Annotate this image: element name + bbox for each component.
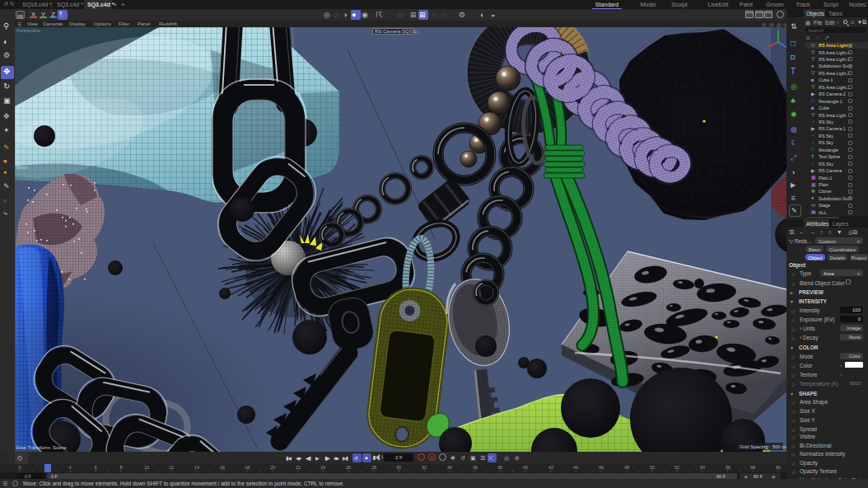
svg-text:Move: Move [16,165,27,170]
